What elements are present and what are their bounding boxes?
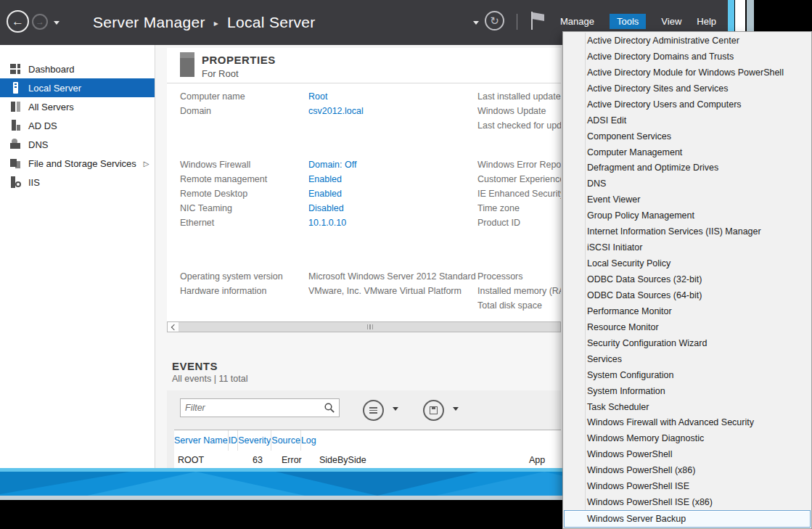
scrollbar-thumb[interactable] [179,322,560,332]
tools-menu-item[interactable]: ADSI Edit [563,112,811,128]
nav-history-caret-icon[interactable] [54,21,60,25]
expand-chevron-icon[interactable]: ▷ [144,160,149,168]
property-value[interactable]: Enabled [308,174,477,184]
horizontal-scrollbar[interactable] [167,321,561,332]
property-label-right: Processors [477,271,561,282]
sidebar-item[interactable]: AD DS ▷ [0,116,155,135]
tools-menu-item[interactable]: iSCSI Initiator [563,239,811,255]
tools-menu-item[interactable]: ODBC Data Sources (64-bit) [563,287,811,303]
property-label: Hardware information [180,286,308,296]
sidebar-item-label: AD DS [28,120,57,131]
tools-menu-item[interactable]: Internet Information Services (IIS) Mana… [563,224,811,239]
sidebar-item[interactable]: DNS ▷ [0,135,155,154]
tools-menu-item[interactable]: Windows Server Backup [564,510,811,528]
properties-title: PROPERTIES [202,54,276,66]
tools-menu-item[interactable]: Active Directory Sites and Services [563,81,811,97]
breadcrumb-separator-icon: ▸ [214,18,218,28]
property-label: Windows Firewall [180,160,308,170]
tools-menu-item[interactable]: Windows PowerShell [563,446,811,462]
refresh-caret-icon[interactable] [473,21,479,25]
sidebar-item[interactable]: Dashboard ▷ [0,60,155,78]
tools-menu-item[interactable]: Event Viewer [563,192,811,208]
tools-menu-item[interactable]: Active Directory Administrative Center [563,33,811,49]
scroll-left-button[interactable] [168,322,179,332]
events-table-header: Server Name ID Severity Source Log [174,430,561,451]
events-tasks-caret-icon[interactable] [393,407,398,411]
property-value[interactable]: Disabled [308,203,477,213]
property-label-right: Last installed updates [477,91,561,102]
events-save-caret-icon[interactable] [453,407,459,411]
tools-menu-item[interactable]: Windows Firewall with Advanced Security [563,415,811,431]
tools-menu-item[interactable]: Active Directory Module for Windows Powe… [563,65,811,81]
property-value[interactable]: Enabled [308,189,477,199]
property-row: NIC Teaming Disabled Time zone [180,201,561,216]
sidebar-item[interactable]: File and Storage Services ▷ [0,154,155,173]
tools-menu-item[interactable]: Task Scheduler [563,399,811,415]
tools-menu-item[interactable]: Windows Memory Diagnostic [563,430,811,446]
property-row: Last checked for upd [180,118,561,133]
tools-menu-item[interactable]: Resource Monitor [563,319,811,335]
events-table-body: ROOT 63 Error SideBySide App [174,451,561,468]
tools-menu-item[interactable]: Services [563,351,811,367]
breadcrumb-current[interactable]: Local Server [227,14,316,31]
tools-menu-item[interactable]: Active Directory Domains and Trusts [563,49,811,65]
breadcrumb: Server Manager ▸ Local Server [93,0,316,45]
tools-menu-item[interactable]: Component Services [563,128,811,144]
tools-menu-item[interactable]: Defragment and Optimize Drives [563,160,811,176]
property-label: Ethernet [180,218,308,228]
property-label: Operating system version [180,271,308,282]
sidebar-item[interactable]: IIS ▷ [0,173,155,192]
tools-menu-item[interactable]: Performance Monitor [563,303,811,319]
sidebar-item[interactable]: Local Server ▷ [0,78,155,97]
tools-menu-item[interactable]: Windows PowerShell ISE (x86) [563,494,811,510]
tools-dropdown-menu: Active Directory Administrative Center A… [562,31,812,529]
property-label-right: Last checked for upd [477,120,561,131]
events-column-header[interactable]: Severity [237,430,271,451]
tools-menu-item[interactable]: System Information [563,383,811,399]
forward-button[interactable]: → [32,14,48,30]
refresh-button[interactable]: ↻ [485,11,504,30]
forward-arrow-icon: → [36,17,44,27]
breadcrumb-root[interactable]: Server Manager [93,14,205,31]
tools-menu-item[interactable]: Group Policy Management [563,208,811,224]
sidebar-item-label: Local Server [28,83,81,94]
menubar-item[interactable]: Tools [610,14,646,29]
property-value[interactable]: csv2012.local [308,106,477,116]
tools-menu-item[interactable]: DNS [563,176,811,192]
tools-menu-item[interactable]: Active Directory Users and Computers [563,97,811,112]
back-button[interactable]: ← [7,10,29,33]
events-tasks-button[interactable] [363,400,384,421]
tools-menu-item[interactable]: Windows PowerShell ISE [563,478,811,494]
sidebar-item[interactable]: All Servers ▷ [0,97,155,116]
events-column-header[interactable]: Server Name [174,430,228,451]
notification-flag-button[interactable] [529,11,548,30]
menubar-item[interactable]: Help [697,16,716,27]
server-icon [180,52,194,77]
tools-menu-item[interactable]: System Configuration [563,367,811,383]
property-row: Domain csv2012.local Windows Update [180,104,561,118]
sidebar-item-label: File and Storage Services [28,158,136,169]
events-table-row[interactable]: ROOT 63 Error SideBySide App [174,451,561,468]
menubar-item[interactable]: View [661,16,681,27]
property-value[interactable]: 10.1.0.10 [308,218,477,228]
tools-menu-item[interactable]: Security Configuration Wizard [563,335,811,351]
tools-menu-item[interactable]: Local Security Policy [563,255,811,271]
property-group: Computer name Root Last installed update… [180,89,561,133]
events-column-header[interactable]: ID [228,430,238,451]
property-value[interactable]: Domain: Off [308,160,477,170]
tools-menu-item[interactable]: ODBC Data Sources (32-bit) [563,271,811,287]
events-summary: All events | 11 total [172,374,247,384]
events-column-header[interactable]: Log [300,430,316,451]
property-group: Windows Firewall Domain: Off Windows Err… [180,157,561,230]
events-column-header[interactable]: Source [271,430,300,451]
property-value[interactable]: Root [308,91,477,102]
tools-menu-item[interactable]: Windows PowerShell (x86) [563,462,811,478]
property-label: Domain [180,106,308,116]
events-save-button[interactable] [423,400,444,421]
property-value[interactable]: Microsoft Windows Server 2012 Standard [308,271,477,282]
property-value[interactable]: VMware, Inc. VMware Virtual Platform [308,286,477,296]
tools-menu-item[interactable]: Computer Management [563,144,811,160]
menubar-item[interactable]: Manage [560,16,594,27]
filter-input[interactable] [181,403,324,413]
property-row: Ethernet 10.1.0.10 Product ID [180,216,561,230]
